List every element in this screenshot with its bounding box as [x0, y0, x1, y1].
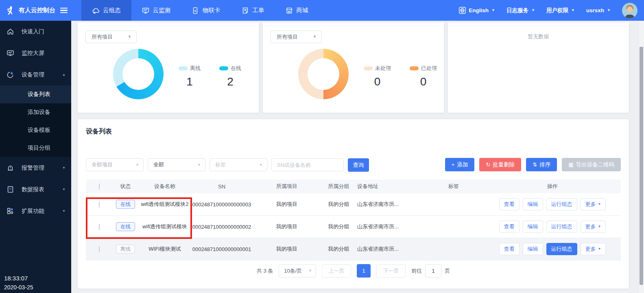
- device-address: 山东省济南市历...: [356, 201, 423, 208]
- table-row: 在线 wifi透传组测试模块2 00024871000000000003 我的项…: [86, 193, 621, 216]
- project-filter-select[interactable]: 所有项目 ▼: [85, 31, 137, 43]
- sort-button[interactable]: ⇅ 排序: [526, 158, 557, 171]
- language-menu[interactable]: English ▼: [459, 7, 495, 14]
- sidebar-item-extensions[interactable]: 扩展功能 ▼: [0, 200, 71, 222]
- project-select-value: 全部项目: [92, 161, 113, 168]
- tab-cloud-monitor[interactable]: 云监测: [131, 0, 181, 21]
- chevron-down-icon: ▼: [598, 203, 601, 206]
- sidebar-subitem-project-group[interactable]: 项目分组: [0, 139, 71, 157]
- avatar[interactable]: [622, 3, 637, 18]
- globe-icon: [459, 7, 466, 14]
- sidebar-item-monitor-screen[interactable]: 监控大屏: [0, 42, 71, 64]
- status-badge-online: 在线: [116, 222, 135, 232]
- device-address: 山东省济南市历...: [356, 223, 423, 230]
- edit-button[interactable]: 编辑: [523, 198, 543, 210]
- more-button[interactable]: 更多 ▼: [581, 221, 606, 233]
- chevron-down-icon: ▼: [259, 163, 263, 167]
- chevron-down-icon: ▼: [571, 9, 575, 12]
- export-qr-button[interactable]: ▦ 导出设备二维码: [562, 158, 621, 171]
- run-scada-button[interactable]: 运行组态: [546, 198, 577, 210]
- sidebar-item-device-management[interactable]: 设备管理 ▲: [0, 64, 71, 85]
- alarm-status-card: 所有项目 ▼ 未处理 0 已处理 0: [263, 22, 444, 113]
- sidebar-item-alarm-management[interactable]: 报警管理 ▼: [0, 157, 71, 179]
- monitor-icon: [142, 7, 149, 14]
- prev-page-button[interactable]: 上一页: [322, 264, 351, 278]
- tab-label: 物联卡: [203, 7, 220, 14]
- qr-code-icon: ▦: [568, 162, 573, 167]
- username-menu[interactable]: usrsxh ▼: [586, 7, 611, 13]
- sidebar-subitem-device-list[interactable]: 设备列表: [0, 85, 71, 103]
- col-tag: 标签: [423, 183, 484, 190]
- row-checkbox[interactable]: [99, 224, 100, 230]
- sidebar: 快速入门 监控大屏 设备管理 ▲ 设备列表 添加设备 设备模板: [0, 21, 71, 293]
- run-scada-button[interactable]: 运行组态: [546, 243, 577, 255]
- add-device-button[interactable]: + 添加: [445, 158, 475, 171]
- batch-delete-label: 批量删除: [493, 161, 515, 168]
- edit-button[interactable]: 编辑: [523, 221, 543, 233]
- view-button[interactable]: 查看: [499, 221, 520, 233]
- search-input[interactable]: [277, 162, 339, 168]
- project-filter-select[interactable]: 所有项目 ▼: [271, 31, 322, 43]
- panel-title: 设备列表: [86, 127, 112, 136]
- row-checkbox[interactable]: [99, 246, 100, 252]
- more-button[interactable]: 更多 ▼: [581, 243, 606, 255]
- col-project: 所属项目: [252, 183, 321, 190]
- online-swatch: [219, 66, 228, 70]
- search-button[interactable]: 查询: [348, 158, 369, 172]
- scrollbar-thumb[interactable]: [640, 47, 643, 285]
- hamburger-menu-icon[interactable]: [60, 8, 68, 13]
- sidebar-subitem-add-device[interactable]: 添加设备: [0, 103, 71, 121]
- vertical-scrollbar[interactable]: [638, 21, 644, 293]
- tag-select-placeholder: 标签: [215, 161, 226, 168]
- app-title: 有人云控制台: [19, 7, 55, 14]
- no-data-text: 暂无数据: [448, 33, 629, 40]
- current-time: 18:33:07: [4, 275, 33, 282]
- batch-delete-button[interactable]: ↻ 批量删除: [479, 158, 521, 171]
- usr-logo-icon: [5, 5, 15, 16]
- chevron-down-icon: ▼: [598, 247, 601, 251]
- chevron-down-icon: ▼: [491, 9, 495, 12]
- chevron-down-icon: ▼: [607, 9, 611, 12]
- status-select[interactable]: 全部 ▼: [148, 158, 205, 171]
- pagination: 共 3 条 10条/页 ▼ 上一页 1 下一页 前往 页: [78, 264, 629, 278]
- sidebar-item-label: 监控大屏: [22, 50, 44, 57]
- view-button[interactable]: 查看: [499, 198, 520, 210]
- refresh-icon: ↻: [486, 162, 490, 167]
- report-doc-icon: [7, 186, 22, 193]
- sidebar-item-quick-start[interactable]: 快速入门: [0, 21, 71, 42]
- tab-work-order[interactable]: 工单: [231, 0, 275, 21]
- table-row: 离线 WIFI模块测试 00024871000000000001 我的项目 我的…: [86, 238, 621, 260]
- page-number-1[interactable]: 1: [357, 264, 371, 278]
- col-group: 所属分组: [321, 183, 356, 190]
- project-select[interactable]: 全部项目 ▼: [86, 158, 144, 171]
- log-service-menu[interactable]: 日志服务 ▼: [506, 7, 535, 14]
- sidebar-item-label: 数据报表: [22, 186, 44, 193]
- sim-card-icon: [192, 7, 199, 14]
- sidebar-item-label: 快速入门: [22, 28, 44, 35]
- offline-count: 1: [186, 75, 193, 88]
- goto-page-input[interactable]: [425, 264, 441, 278]
- sidebar-item-data-report[interactable]: 数据报表 ▼: [0, 179, 71, 200]
- sidebar-item-label: 扩展功能: [22, 208, 44, 215]
- edit-button[interactable]: 编辑: [523, 243, 543, 255]
- device-project: 我的项目: [252, 245, 321, 253]
- run-scada-button[interactable]: 运行组态: [546, 221, 577, 233]
- row-checkbox[interactable]: [99, 201, 100, 208]
- next-page-button[interactable]: 下一页: [376, 264, 406, 278]
- username-label: usrsxh: [586, 7, 604, 13]
- more-button[interactable]: 更多 ▼: [581, 198, 606, 210]
- tab-iot-sim[interactable]: 物联卡: [181, 0, 231, 21]
- view-button[interactable]: 查看: [499, 243, 520, 255]
- tag-select[interactable]: 标签 ▼: [210, 158, 267, 171]
- primary-nav: 云组态 云监测 物联卡: [81, 0, 319, 21]
- device-name: wifi透传组测试模块: [138, 223, 191, 230]
- select-all-checkbox[interactable]: [99, 184, 100, 190]
- user-permission-menu[interactable]: 用户权限 ▼: [546, 7, 575, 14]
- sidebar-subitem-device-template[interactable]: 设备模板: [0, 121, 71, 139]
- extensions-grid-icon: [7, 207, 22, 215]
- tab-cloud-scada[interactable]: 云组态: [81, 0, 131, 21]
- device-address: 山东省济南市历...: [356, 245, 423, 253]
- filter-bar: 全部项目 ▼ 全部 ▼ 标签 ▼ 查询: [86, 158, 369, 172]
- tab-mall[interactable]: 商城: [275, 0, 319, 21]
- page-size-select[interactable]: 10条/页 ▼: [279, 264, 316, 278]
